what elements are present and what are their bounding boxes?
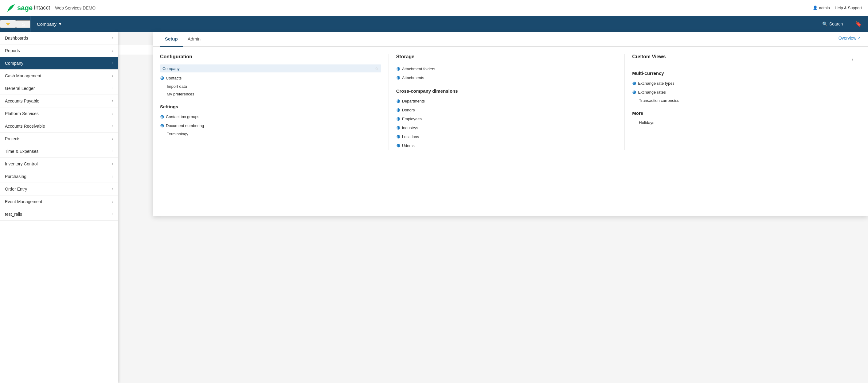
top-bar: sage Intacct Web Services DEMO 👤 admin H… [0, 0, 868, 16]
sidebar-item-label: Reports [5, 48, 20, 53]
sidebar-item-order-entry[interactable]: Order Entry› [0, 183, 118, 196]
contact-tax-groups-link[interactable]: ⊕ Contact tax groups [160, 112, 381, 121]
industrys-label: Industrys [402, 126, 418, 130]
admin-link[interactable]: 👤 admin [813, 5, 830, 10]
exchange-rate-types-link[interactable]: ⊕ Exchange rate types [632, 79, 853, 88]
locations-plus-icon: ⊕ [396, 134, 400, 140]
nav-bar: ★ ⌂ Company ▾ 🔍 Search 🔖 [0, 16, 868, 32]
donors-link[interactable]: ⊕ Donors [396, 106, 617, 114]
document-numbering-link[interactable]: ⊕ Document numbering [160, 121, 381, 130]
exchange-rates-plus-icon: ⊕ [632, 89, 636, 95]
external-link-icon: ↗ [858, 36, 861, 40]
chevron-right-icon: › [112, 124, 113, 128]
chevron-right-icon: › [112, 86, 113, 91]
search-button[interactable]: 🔍 Search [816, 16, 849, 32]
company-nav-button[interactable]: Company ▾ [30, 16, 68, 32]
chevron-right-icon: › [112, 99, 113, 103]
sidebar-item-inventory-control[interactable]: Inventory Control› [0, 158, 118, 170]
terminology-label: Terminology [167, 132, 188, 136]
sidebar-item-label: Order Entry [5, 186, 27, 192]
company-link[interactable]: Company ☆ [160, 64, 381, 72]
main-layout: Dashboards›Reports›Company›Cash Manageme… [0, 32, 868, 383]
attachment-folders-plus-icon: ⊕ [396, 66, 400, 72]
sidebar-item-purchasing[interactable]: Purchasing› [0, 170, 118, 183]
sidebar-item-general-ledger[interactable]: General Ledger› [0, 82, 118, 95]
transaction-currencies-label: Transaction currencies [639, 98, 679, 103]
user-icon: 👤 [813, 5, 818, 10]
sidebar-item-company[interactable]: Company› [0, 57, 118, 70]
chevron-right-icon: › [112, 162, 113, 166]
sidebar-item-label: Accounts Payable [5, 99, 39, 103]
cross-company-title: Cross-company dimensions [396, 89, 617, 94]
contact-tax-plus-icon: ⊕ [160, 114, 164, 120]
sidebar-item-label: Dashboards [5, 36, 28, 40]
attachments-link[interactable]: ⊕ Attachments [396, 73, 617, 82]
my-preferences-link[interactable]: My preferences [160, 90, 381, 98]
intacct-brand: Intacct [34, 5, 50, 11]
overview-label: Overview [838, 36, 856, 40]
exchange-rates-link[interactable]: ⊕ Exchange rates [632, 88, 853, 97]
sage-logo: sage Intacct [6, 3, 50, 13]
udems-link[interactable]: ⊕ Udems [396, 141, 617, 150]
favorites-star-button[interactable]: ★ [0, 20, 16, 28]
home-button[interactable]: ⌂ [16, 20, 30, 28]
contact-tax-groups-label: Contact tax groups [166, 114, 199, 119]
custom-views-chevron[interactable]: › [852, 57, 853, 62]
sidebar-item-label: Purchasing [5, 174, 26, 179]
chevron-right-icon: › [112, 149, 113, 153]
exchange-rate-types-plus-icon: ⊕ [632, 80, 636, 86]
chevron-right-icon: › [112, 200, 113, 204]
donors-label: Donors [402, 108, 415, 112]
contacts-link[interactable]: ⊕ Contacts [160, 74, 381, 82]
sidebar-item-event-management[interactable]: Event Management› [0, 196, 118, 208]
sidebar-item-label: Platform Services [5, 111, 39, 116]
storage-title: Storage [396, 54, 617, 60]
sidebar-item-dashboards[interactable]: Dashboards› [0, 32, 118, 44]
search-icon: 🔍 [822, 22, 828, 26]
settings-title: Settings [160, 104, 381, 109]
departments-plus-icon: ⊕ [396, 98, 400, 104]
locations-link[interactable]: ⊕ Locations [396, 132, 617, 141]
departments-link[interactable]: ⊕ Departments [396, 97, 617, 106]
top-bar-right: 👤 admin Help & Support [813, 5, 862, 10]
chevron-right-icon: › [112, 111, 113, 116]
storage-column: Storage ⊕ Attachment folders ⊕ Attachmen… [396, 54, 625, 150]
sidebar-item-time-expenses[interactable]: Time & Expenses› [0, 145, 118, 158]
sidebar-item-test-rails[interactable]: test_rails› [0, 208, 118, 221]
chevron-down-icon: ▾ [59, 21, 61, 27]
import-data-label: Import data [167, 84, 187, 89]
udems-plus-icon: ⊕ [396, 143, 400, 148]
employees-link[interactable]: ⊕ Employees [396, 114, 617, 124]
attachment-folders-link[interactable]: ⊕ Attachment folders [396, 64, 617, 73]
bookmark-button[interactable]: 🔖 [849, 16, 868, 32]
sidebar-item-cash-management[interactable]: Cash Management› [0, 70, 118, 82]
locations-label: Locations [402, 134, 419, 139]
search-label: Search [829, 22, 843, 26]
sidebar-item-platform-services[interactable]: Platform Services› [0, 107, 118, 120]
industrys-link[interactable]: ⊕ Industrys [396, 124, 617, 132]
sidebar-item-accounts-payable[interactable]: Accounts Payable› [0, 95, 118, 107]
help-support-link[interactable]: Help & Support [835, 5, 862, 10]
import-data-link[interactable]: Import data [160, 82, 381, 90]
attachment-folders-label: Attachment folders [402, 67, 435, 71]
holidays-link[interactable]: Holidays [632, 119, 853, 127]
setup-tab[interactable]: Setup [160, 32, 183, 47]
overview-link[interactable]: Overview ↗ [838, 36, 861, 40]
app-subtitle: Web Services DEMO [55, 5, 95, 10]
contacts-label: Contacts [166, 76, 182, 80]
exchange-rate-types-label: Exchange rate types [638, 81, 675, 85]
document-numbering-label: Document numbering [166, 124, 204, 128]
bookmark-icon: 🔖 [855, 21, 862, 27]
sidebar-item-accounts-receivable[interactable]: Accounts Receivable› [0, 120, 118, 133]
sidebar-item-label: General Ledger [5, 86, 35, 91]
admin-tab[interactable]: Admin [183, 32, 206, 47]
company-star-icon[interactable]: ☆ [375, 66, 379, 71]
custom-views-column: Custom Views › Multi-currency ⊕ Exchange… [632, 54, 861, 150]
terminology-link[interactable]: Terminology [160, 130, 381, 138]
transaction-currencies-link[interactable]: Transaction currencies [632, 97, 853, 104]
mega-menu: Setup Admin Overview ↗ Configuration Com… [153, 32, 868, 216]
sidebar-item-reports[interactable]: Reports› [0, 44, 118, 57]
document-numbering-plus-icon: ⊕ [160, 123, 164, 129]
sidebar-item-label: Time & Expenses [5, 149, 38, 154]
sidebar-item-projects[interactable]: Projects› [0, 133, 118, 145]
